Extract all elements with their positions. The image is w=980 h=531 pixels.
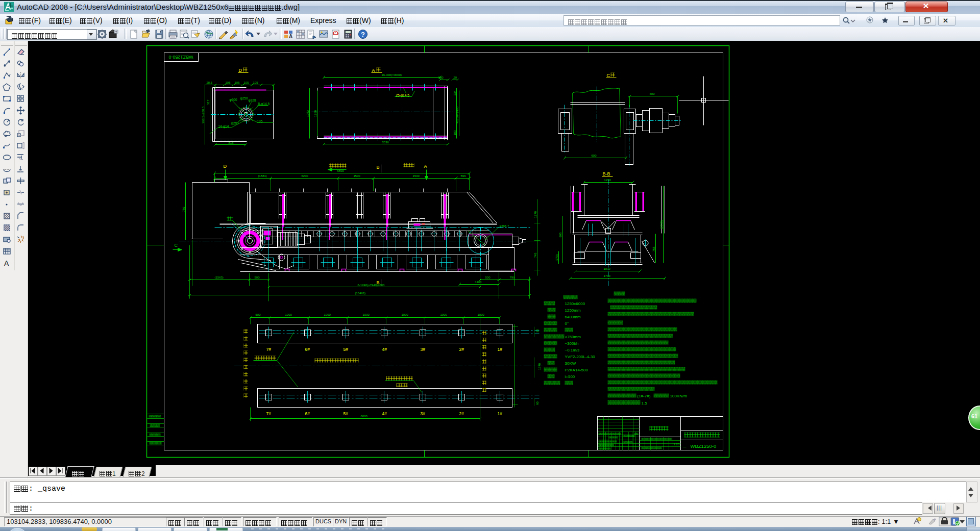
svg-text:4#: 4# xyxy=(382,347,387,352)
svg-text:D: D xyxy=(239,68,242,73)
svg-text:1#: 1# xyxy=(498,411,503,416)
svg-text:3#: 3# xyxy=(421,411,426,416)
svg-text:B: B xyxy=(377,280,380,285)
svg-text:YVF2-200L-4-30: YVF2-200L-4-30 xyxy=(565,355,596,359)
svg-text:400: 400 xyxy=(650,92,655,95)
svg-text:1000: 1000 xyxy=(440,313,448,316)
svg-text:1#: 1# xyxy=(498,347,503,352)
svg-text:105: 105 xyxy=(244,81,250,84)
svg-text:6000: 6000 xyxy=(361,415,368,418)
svg-text:WBZ1250-0: WBZ1250-0 xyxy=(691,443,717,449)
svg-text:600: 600 xyxy=(592,154,597,157)
svg-text:790: 790 xyxy=(510,276,516,279)
svg-text:105: 105 xyxy=(235,81,240,84)
svg-text:1000: 1000 xyxy=(285,313,292,316)
svg-text:6#: 6# xyxy=(305,347,310,352)
svg-text:16-300(=3000): 16-300(=3000) xyxy=(382,73,402,77)
svg-text:500: 500 xyxy=(256,313,261,316)
svg-text:1270: 1270 xyxy=(534,211,537,218)
svg-text:1.5: 1.5 xyxy=(642,401,648,406)
svg-text:750: 750 xyxy=(182,207,185,212)
svg-text:A: A xyxy=(4,259,9,267)
svg-text:φ300: φ300 xyxy=(230,98,237,102)
svg-text:0°: 0° xyxy=(565,321,569,326)
svg-text:1500: 1500 xyxy=(354,174,361,178)
svg-text:1:20: 1:20 xyxy=(674,443,680,446)
svg-text:<750mm: <750mm xyxy=(565,335,581,339)
svg-text:φ260: φ260 xyxy=(231,121,239,125)
svg-text:20: 20 xyxy=(454,76,457,79)
svg-text:A: A xyxy=(289,34,292,39)
svg-text:380: 380 xyxy=(438,76,444,79)
svg-text:105: 105 xyxy=(253,81,259,84)
svg-text:(1#-7#): (1#-7#) xyxy=(638,394,651,398)
svg-text:φ328: φ328 xyxy=(249,98,256,103)
svg-text:30: 30 xyxy=(536,329,539,333)
svg-text:A: A xyxy=(424,164,427,169)
svg-text:6400mm: 6400mm xyxy=(565,315,581,319)
svg-text:100: 100 xyxy=(453,130,456,136)
svg-text:1500: 1500 xyxy=(413,174,420,178)
svg-text:1250mm: 1250mm xyxy=(565,308,581,313)
svg-text:4#: 4# xyxy=(382,411,387,416)
svg-text:317: 317 xyxy=(207,99,210,105)
svg-text:1352: 1352 xyxy=(306,110,309,117)
svg-text:995: 995 xyxy=(559,232,562,238)
svg-text:30KW: 30KW xyxy=(565,361,576,366)
svg-text:1070: 1070 xyxy=(604,267,611,270)
svg-text:596: 596 xyxy=(461,174,467,178)
svg-text:5#: 5# xyxy=(344,347,349,352)
svg-text:5#: 5# xyxy=(344,411,349,416)
svg-text:7#: 7# xyxy=(266,347,272,352)
svg-text:3536: 3536 xyxy=(382,141,389,144)
svg-text:2#: 2# xyxy=(459,411,464,416)
svg-text:?: ? xyxy=(361,31,365,38)
svg-text:B-B: B-B xyxy=(603,171,610,176)
svg-text:28.5: 28.5 xyxy=(207,81,213,84)
svg-text:i=500: i=500 xyxy=(565,374,575,379)
svg-text:~300t/h: ~300t/h xyxy=(565,341,579,346)
svg-text:334: 334 xyxy=(453,90,456,96)
svg-text:(1884): (1884) xyxy=(258,174,267,178)
svg-text:P2KA14-500: P2KA14-500 xyxy=(565,368,589,372)
svg-text:6200: 6200 xyxy=(302,174,309,178)
svg-text:D: D xyxy=(224,164,227,169)
svg-text:A: A xyxy=(372,68,375,73)
svg-text:φ666.7: φ666.7 xyxy=(500,224,510,227)
svg-text:φ250: φ250 xyxy=(240,96,248,100)
svg-text:1790: 1790 xyxy=(604,274,611,277)
svg-text:7#: 7# xyxy=(266,411,272,416)
svg-text:745: 745 xyxy=(534,252,537,258)
svg-text:1250: 1250 xyxy=(314,110,317,117)
svg-text:C: C xyxy=(607,73,610,78)
svg-text:B: B xyxy=(377,165,380,170)
svg-text:1000: 1000 xyxy=(402,313,409,316)
svg-text:(10463): (10463) xyxy=(355,292,366,295)
svg-text:(370): (370) xyxy=(555,254,558,261)
svg-text:1000: 1000 xyxy=(324,313,331,316)
svg-text:(1563): (1563) xyxy=(215,276,224,279)
svg-text:WBZ1250-0: WBZ1250-0 xyxy=(168,55,193,60)
svg-text:755: 755 xyxy=(652,246,655,252)
svg-text:4x350=1400: 4x350=1400 xyxy=(456,106,459,123)
svg-text:1670: 1670 xyxy=(538,363,541,370)
svg-text:(2050): (2050) xyxy=(660,220,663,229)
svg-text:6#: 6# xyxy=(305,411,310,416)
svg-text:C: C xyxy=(175,243,178,248)
svg-text:105: 105 xyxy=(226,81,231,84)
svg-text:363.5~958.5: 363.5~958.5 xyxy=(202,106,205,123)
svg-text:1000: 1000 xyxy=(363,313,370,316)
svg-text:100KN/m: 100KN/m xyxy=(670,394,688,398)
svg-text:6800: 6800 xyxy=(337,169,345,172)
svg-text:1000: 1000 xyxy=(478,313,485,316)
svg-text:1250x6000: 1250x6000 xyxy=(565,301,585,306)
svg-text:500: 500 xyxy=(255,276,260,279)
svg-text:6-1240(=7440)±600: 6-1240(=7440)±600 xyxy=(358,284,385,287)
svg-text:~0.1m/s: ~0.1m/s xyxy=(565,348,580,352)
svg-text:80: 80 xyxy=(536,401,539,405)
svg-text:195: 195 xyxy=(257,119,263,123)
svg-text:816: 816 xyxy=(229,141,234,144)
svg-text:3#: 3# xyxy=(421,347,426,352)
svg-text:1250: 1250 xyxy=(604,179,611,182)
svg-text:500: 500 xyxy=(485,276,491,279)
